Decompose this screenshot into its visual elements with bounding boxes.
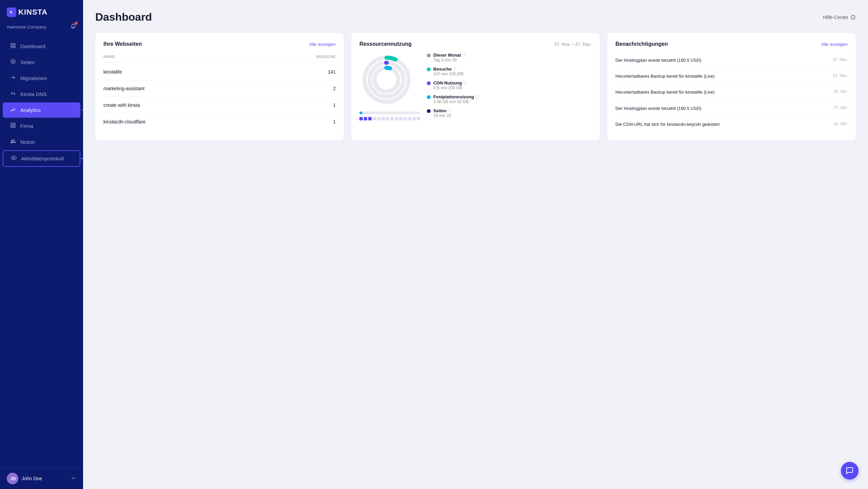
sidebar-item-label: Dashboard <box>20 43 45 49</box>
resource-date-range: 27. Nov. – 27. Dez. <box>554 42 592 47</box>
resource-main: Dieser Monat ⓘ Tag 3 von 30 Besuche ⓘ <box>359 53 592 122</box>
site-name: create with kinsta <box>103 102 333 108</box>
migrationen-icon <box>9 75 16 82</box>
sidebar-item-dashboard[interactable]: Dashboard <box>3 39 80 54</box>
svg-point-7 <box>12 61 14 62</box>
site-visits: 141 <box>328 69 336 75</box>
dns-icon <box>9 91 16 98</box>
notifications-list: Der Hostingplan wurde bezahlt (190.5 USD… <box>615 53 848 132</box>
notif-item: Der Hostingplan wurde bezahlt (190.5 USD… <box>615 101 848 117</box>
svg-point-23 <box>385 61 388 64</box>
notif-date: 27. Nov. <box>833 57 848 62</box>
notif-date: 23. Nov. <box>833 73 848 78</box>
notif-item: Herunterladbares Backup bereit für kinst… <box>615 84 848 100</box>
bell-icon[interactable] <box>70 23 76 31</box>
svg-rect-2 <box>11 43 13 45</box>
svg-text:JD: JD <box>10 476 16 481</box>
user-info[interactable]: JD John Doe <box>7 473 42 484</box>
site-visits: 1 <box>333 119 336 124</box>
resource-card: Ressourcennutzung 27. Nov. – 27. Dez. <box>351 33 600 140</box>
stat-item: Besuche ⓘ 147 von 100,000 <box>427 66 592 76</box>
stat-dot <box>427 109 431 113</box>
main-header: Dashboard Hilfe-Center <box>95 11 856 23</box>
sidebar-item-label: Nutzer <box>20 139 35 145</box>
svg-rect-8 <box>11 123 13 125</box>
dots-row <box>359 117 420 120</box>
stat-value: Tag 3 von 30 <box>433 58 466 62</box>
svg-text:K: K <box>10 10 13 14</box>
cards-row: Ihre Webseiten Alle anzeigen NAME BESUCH… <box>95 33 856 140</box>
webseiten-alle-link[interactable]: Alle anzeigen <box>309 42 336 47</box>
svg-point-22 <box>384 56 389 60</box>
page-title: Dashboard <box>95 11 152 23</box>
aktivitaeten-icon <box>10 155 17 162</box>
notif-text: Der Hostingplan wurde bezahlt (190.5 USD… <box>615 105 702 112</box>
sidebar-item-analytics[interactable]: Analytics <box>3 102 80 118</box>
site-name: kinstacdn-cloudflare <box>103 119 333 124</box>
sidebar-item-migrationen[interactable]: Migrationen <box>3 71 80 86</box>
sidebar-item-label: Kinsta DNS <box>20 91 47 97</box>
resource-title: Ressourcennutzung <box>359 41 412 47</box>
stat-dot <box>427 54 431 57</box>
stat-label: Festplattennutzung <box>433 94 474 99</box>
bell-badge <box>75 22 78 25</box>
stat-label: Dieser Monat <box>433 53 461 58</box>
stat-value: 16 von 20 <box>433 113 452 118</box>
progress-fill <box>359 112 362 114</box>
sidebar-item-firma[interactable]: Firma <box>3 118 80 134</box>
info-icon: ⓘ <box>475 94 479 99</box>
sidebar-item-nutzer[interactable]: Nutzer <box>3 134 80 150</box>
info-icon: ⓘ <box>462 53 466 58</box>
user-name: John Doe <box>22 476 42 481</box>
site-name: marketing-assistant <box>103 86 333 91</box>
hilfe-center-link[interactable]: Hilfe-Center <box>823 15 856 20</box>
svg-rect-10 <box>13 123 15 125</box>
seiten-icon <box>9 59 16 66</box>
notifications-card: Benachrichtigungen Alle anzeigen Der Hos… <box>607 33 856 140</box>
sites-list: kinstalife 141 marketing-assistant 2 cre… <box>103 64 336 130</box>
stat-value: 147 von 100,000 <box>433 72 463 76</box>
chevron-up-icon[interactable] <box>71 475 76 482</box>
stat-dot <box>427 95 431 99</box>
logo-area: K KINSTA <box>0 0 83 20</box>
firma-icon <box>9 122 16 130</box>
company-row: Awesome Company <box>0 20 83 36</box>
svg-point-20 <box>375 68 398 92</box>
table-row: kinstacdn-cloudflare 1 <box>103 114 336 130</box>
svg-rect-4 <box>11 46 13 48</box>
col-name: NAME <box>103 55 316 59</box>
sidebar-item-label: Seiten <box>20 59 35 65</box>
info-icon: ⓘ <box>453 66 457 72</box>
stat-item: CDN-Nutzung ⓘ 0 B von 200 GB <box>427 80 592 90</box>
sidebar-item-label: Aktivitätenprotokoll <box>21 156 64 161</box>
sidebar-footer: JD John Doe <box>0 468 83 489</box>
notif-text: Herunterladbares Backup bereit für kinst… <box>615 73 715 79</box>
stat-label: CDN-Nutzung <box>433 80 462 85</box>
stat-dot <box>427 81 431 85</box>
svg-point-6 <box>11 59 15 64</box>
info-icon: ⓘ <box>448 108 452 113</box>
notifications-card-header: Benachrichtigungen Alle anzeigen <box>615 41 848 47</box>
stat-label: Seiten <box>433 108 447 113</box>
chat-button[interactable] <box>841 462 859 480</box>
webseiten-title: Ihre Webseiten <box>103 41 142 47</box>
svg-rect-11 <box>13 126 15 128</box>
notif-item: Der Hostingplan wurde bezahlt (190.5 USD… <box>615 53 848 69</box>
sidebar-item-label: Analytics <box>20 107 41 113</box>
nav: Dashboard Seiten Migrationen <box>0 36 83 468</box>
sidebar-item-kinsta-dns[interactable]: Kinsta DNS <box>3 86 80 102</box>
hilfe-center-label: Hilfe-Center <box>823 15 848 20</box>
main-content: Dashboard Hilfe-Center Ihre Webseiten Al… <box>83 0 868 489</box>
notifications-alle-link[interactable]: Alle anzeigen <box>821 42 848 47</box>
stat-dot <box>427 67 431 71</box>
webseiten-card-header: Ihre Webseiten Alle anzeigen <box>103 41 336 47</box>
sidebar-item-aktivitaetenprotokoll[interactable]: Aktivitätenprotokoll <box>3 150 80 167</box>
notif-date: 16. Okt. <box>833 121 848 126</box>
resource-card-header: Ressourcennutzung 27. Nov. – 27. Dez. <box>359 41 592 47</box>
col-visits: BESUCHE <box>316 55 336 59</box>
webseiten-card: Ihre Webseiten Alle anzeigen NAME BESUCH… <box>95 33 344 140</box>
notif-item: Die CDN-URL hat sich für kinstacdn-keycd… <box>615 117 848 132</box>
info-icon: ⓘ <box>463 80 467 85</box>
stat-value: 0 B von 200 GB <box>433 85 467 90</box>
sidebar-item-seiten[interactable]: Seiten <box>3 55 80 70</box>
